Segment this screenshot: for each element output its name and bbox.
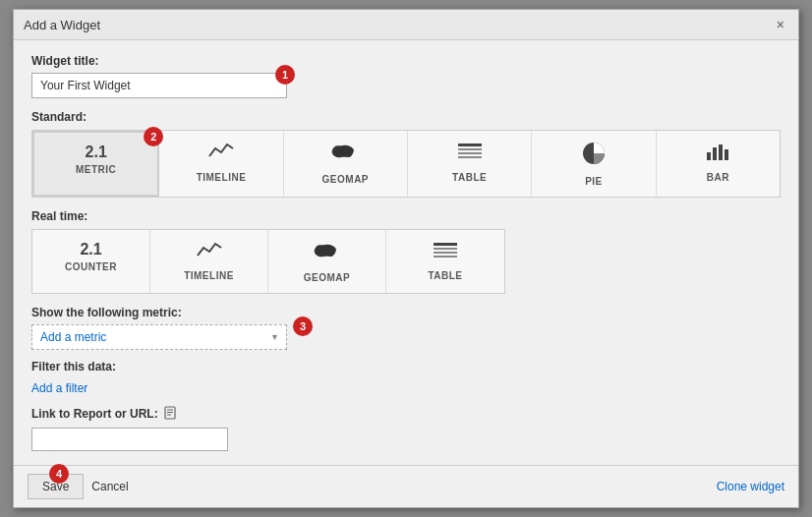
metric-select[interactable]: Add a metric <box>31 324 287 350</box>
rt-timeline-option[interactable]: TIMELINE <box>150 230 268 293</box>
rt-table-icon <box>394 240 496 267</box>
svg-rect-5 <box>707 152 711 160</box>
svg-rect-2 <box>458 152 482 154</box>
rt-counter-option[interactable]: 2.1 COUNTER <box>32 230 150 293</box>
standard-geomap-option[interactable]: GEOMAP <box>284 131 408 196</box>
geomap-label: GEOMAP <box>292 174 399 185</box>
dialog-titlebar: Add a Widget × <box>14 10 798 40</box>
bar-label: BAR <box>665 172 772 183</box>
svg-rect-12 <box>434 256 457 258</box>
dialog-footer: Save 4 Cancel Clone widget <box>14 465 798 507</box>
geomap-icon <box>292 141 399 170</box>
step-1-badge: 1 <box>275 65 295 85</box>
cancel-button[interactable]: Cancel <box>91 480 128 493</box>
svg-rect-6 <box>713 147 717 160</box>
metric-dropdown-wrapper: Add a metric <box>31 324 287 350</box>
url-input[interactable] <box>31 428 228 451</box>
svg-rect-7 <box>719 144 723 160</box>
svg-rect-1 <box>458 148 482 150</box>
metric-label: METRIC <box>42 164 149 175</box>
rt-timeline-label: TIMELINE <box>158 270 260 281</box>
svg-rect-9 <box>434 243 457 246</box>
standard-pie-option[interactable]: PIE <box>532 131 656 196</box>
widget-title-input[interactable] <box>31 73 287 98</box>
link-label: Link to Report or URL: <box>31 407 158 421</box>
svg-rect-3 <box>458 156 482 158</box>
realtime-label: Real time: <box>31 209 781 223</box>
standard-label: Standard: <box>31 110 781 124</box>
svg-rect-11 <box>434 252 457 254</box>
standard-metric-option[interactable]: 2 2.1 METRIC <box>32 131 159 196</box>
widget-title-label: Widget title: <box>31 54 781 68</box>
rt-geomap-icon <box>276 240 377 269</box>
standard-grid: 2 2.1 METRIC TIMELINE <box>31 130 781 197</box>
close-button[interactable]: × <box>773 16 788 33</box>
link-label-row: Link to Report or URL: <box>31 406 781 423</box>
footer-left: Save 4 Cancel <box>28 474 129 499</box>
add-widget-dialog: Add a Widget × Widget title: 1 Standard:… <box>13 9 799 508</box>
pie-label: PIE <box>540 176 647 187</box>
table-label: TABLE <box>416 172 523 183</box>
add-filter-link[interactable]: Add a filter <box>31 381 87 395</box>
pie-icon <box>540 141 647 172</box>
svg-rect-0 <box>458 144 482 146</box>
dialog-title: Add a Widget <box>24 18 100 32</box>
link-doc-icon <box>163 406 177 423</box>
standard-bar-option[interactable]: BAR <box>657 131 780 196</box>
dialog-body: Widget title: 1 Standard: 2 2.1 METRIC T… <box>14 40 798 465</box>
rt-geomap-label: GEOMAP <box>276 272 377 283</box>
step-4-badge: 4 <box>49 464 69 484</box>
svg-rect-10 <box>434 248 457 250</box>
widget-title-wrapper: 1 <box>31 73 287 98</box>
metric-field-label: Show the following metric: <box>31 306 781 319</box>
rt-table-option[interactable]: TABLE <box>386 230 504 293</box>
timeline-icon <box>167 141 274 168</box>
step-3-badge: 3 <box>293 316 313 336</box>
metric-number: 2.1 <box>42 143 149 161</box>
rt-timeline-icon <box>158 240 260 267</box>
realtime-grid: 2.1 COUNTER TIMELINE GEOMAP <box>31 229 505 294</box>
standard-table-option[interactable]: TABLE <box>408 131 532 196</box>
filter-section: Filter this data: Add a filter <box>31 360 781 396</box>
counter-label: COUNTER <box>40 261 142 272</box>
clone-widget-link[interactable]: Clone widget <box>717 480 784 493</box>
rt-geomap-option[interactable]: GEOMAP <box>268 230 386 293</box>
rt-table-label: TABLE <box>394 270 496 281</box>
counter-number: 2.1 <box>40 240 142 258</box>
bar-icon <box>665 141 772 168</box>
filter-label: Filter this data: <box>31 360 781 373</box>
standard-timeline-option[interactable]: TIMELINE <box>159 131 283 196</box>
svg-rect-8 <box>725 149 728 160</box>
table-icon <box>416 141 523 168</box>
timeline-label: TIMELINE <box>167 172 274 183</box>
link-section: Link to Report or URL: <box>31 406 781 451</box>
metric-select-wrapper: Add a metric 3 <box>31 324 287 350</box>
